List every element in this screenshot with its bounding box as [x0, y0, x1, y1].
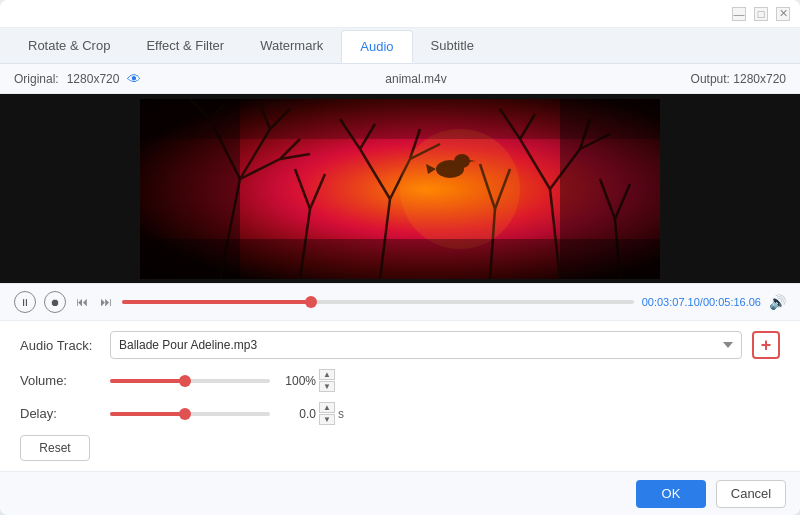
volume-down-button[interactable]: ▼ [319, 381, 335, 392]
delay-value: 0.0 [280, 407, 316, 421]
titlebar: — □ ✕ [0, 0, 800, 28]
close-button[interactable]: ✕ [776, 7, 790, 21]
volume-icon[interactable]: 🔊 [769, 294, 786, 310]
tab-audio[interactable]: Audio [341, 30, 412, 63]
delay-slider-fill [110, 412, 185, 416]
volume-row: Volume: 100% ▲ ▼ [20, 369, 780, 392]
delay-down-button[interactable]: ▼ [319, 414, 335, 425]
progress-fill [122, 300, 311, 304]
delay-up-button[interactable]: ▲ [319, 402, 335, 413]
delay-slider-track[interactable] [110, 412, 270, 416]
delay-unit: s [338, 407, 344, 421]
volume-label: Volume: [20, 373, 100, 388]
output-label: Output: [691, 72, 730, 86]
maximize-button[interactable]: □ [754, 7, 768, 21]
volume-slider-thumb [179, 375, 191, 387]
audio-track-label: Audio Track: [20, 338, 100, 353]
reset-button[interactable]: Reset [20, 435, 90, 461]
output-resolution: 1280x720 [733, 72, 786, 86]
tab-bar: Rotate & Crop Effect & Filter Watermark … [0, 28, 800, 64]
minimize-button[interactable]: — [732, 7, 746, 21]
tab-rotate-crop[interactable]: Rotate & Crop [10, 30, 128, 61]
audio-track-select[interactable]: Ballade Pour Adeline.mp3 [110, 331, 742, 359]
tab-effect-filter[interactable]: Effect & Filter [128, 30, 242, 61]
delay-slider-thumb [179, 408, 191, 420]
tab-subtitle[interactable]: Subtitle [413, 30, 492, 61]
original-label: Original: [14, 72, 59, 86]
info-bar: Original: 1280x720 👁 animal.m4v Output: … [0, 64, 800, 94]
main-window: — □ ✕ Rotate & Crop Effect & Filter Wate… [0, 0, 800, 515]
video-overlay [140, 99, 660, 279]
original-resolution: 1280x720 [67, 72, 120, 86]
output-info: Output: 1280x720 [691, 72, 786, 86]
delay-input-group: 0.0 ▲ ▼ s [280, 402, 344, 425]
current-time: 00:03:07.10 [642, 296, 700, 308]
add-audio-button[interactable]: + [752, 331, 780, 359]
svg-point-39 [400, 129, 520, 249]
svg-rect-43 [140, 239, 660, 279]
ok-button[interactable]: OK [636, 480, 706, 508]
prev-frame-button[interactable]: ⏮ [74, 295, 90, 309]
total-time: 00:05:16.06 [703, 296, 761, 308]
volume-slider-track[interactable] [110, 379, 270, 383]
progress-thumb [305, 296, 317, 308]
playback-controls: ⏸ ⏺ ⏮ ⏭ 00:03:07.10/00:05:16.06 🔊 [0, 283, 800, 321]
filename-display: animal.m4v [385, 72, 446, 86]
cancel-button[interactable]: Cancel [716, 480, 786, 508]
audio-panel: Audio Track: Ballade Pour Adeline.mp3 + … [0, 321, 800, 471]
time-display: 00:03:07.10/00:05:16.06 [642, 296, 761, 308]
volume-input-group: 100% ▲ ▼ [280, 369, 335, 392]
next-frame-button[interactable]: ⏭ [98, 295, 114, 309]
audio-track-row: Audio Track: Ballade Pour Adeline.mp3 + [20, 331, 780, 359]
eye-icon[interactable]: 👁 [127, 71, 141, 87]
bottom-bar: OK Cancel [0, 471, 800, 515]
volume-value: 100% [280, 374, 316, 388]
stop-icon: ⏺ [50, 297, 60, 308]
stop-button[interactable]: ⏺ [44, 291, 66, 313]
svg-rect-42 [140, 99, 660, 139]
delay-spinner: ▲ ▼ [319, 402, 335, 425]
volume-up-button[interactable]: ▲ [319, 369, 335, 380]
pause-button[interactable]: ⏸ [14, 291, 36, 313]
delay-row: Delay: 0.0 ▲ ▼ s [20, 402, 780, 425]
reset-row: Reset [20, 435, 780, 461]
delay-label: Delay: [20, 406, 100, 421]
volume-spinner: ▲ ▼ [319, 369, 335, 392]
pause-icon: ⏸ [20, 297, 30, 308]
video-frame [140, 99, 660, 279]
tab-watermark[interactable]: Watermark [242, 30, 341, 61]
volume-slider-fill [110, 379, 185, 383]
progress-track[interactable] [122, 300, 634, 304]
video-background [140, 99, 660, 279]
video-area [0, 94, 800, 283]
original-info: Original: 1280x720 👁 [14, 71, 141, 87]
